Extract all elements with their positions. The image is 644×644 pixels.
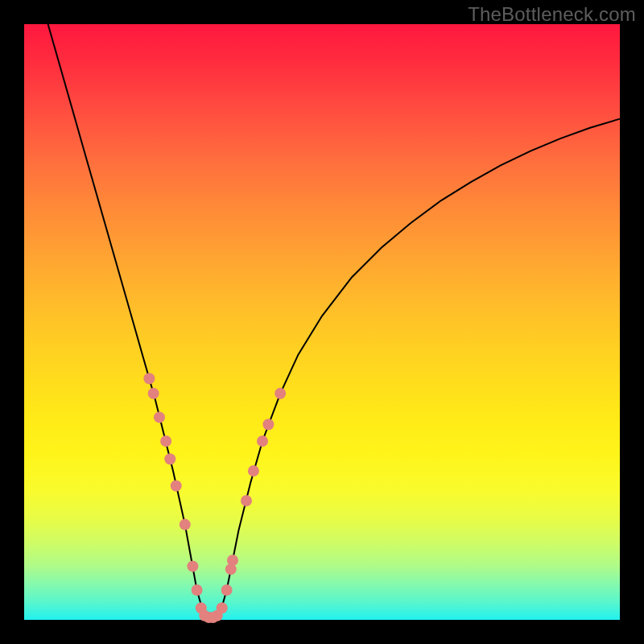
data-marker xyxy=(275,388,286,399)
data-marker xyxy=(187,560,198,572)
data-marker xyxy=(217,602,228,613)
plot-area xyxy=(24,24,620,620)
data-marker xyxy=(262,419,274,430)
data-marker xyxy=(241,495,252,506)
data-marker xyxy=(160,436,171,447)
data-marker xyxy=(171,481,182,492)
data-marker xyxy=(221,584,233,596)
chart-frame: TheBottleneck.com xyxy=(0,0,644,644)
data-marker xyxy=(148,388,159,399)
watermark-text: TheBottleneck.com xyxy=(468,3,636,26)
data-marker xyxy=(227,555,238,566)
data-marker xyxy=(248,465,259,477)
data-marker xyxy=(154,411,165,423)
data-marker xyxy=(257,436,268,447)
data-marker xyxy=(143,373,155,384)
data-marker xyxy=(192,584,203,596)
curve-line xyxy=(48,24,620,617)
data-marker xyxy=(180,519,191,530)
chart-svg xyxy=(24,24,620,620)
data-marker xyxy=(164,453,175,464)
marker-group xyxy=(143,373,286,623)
